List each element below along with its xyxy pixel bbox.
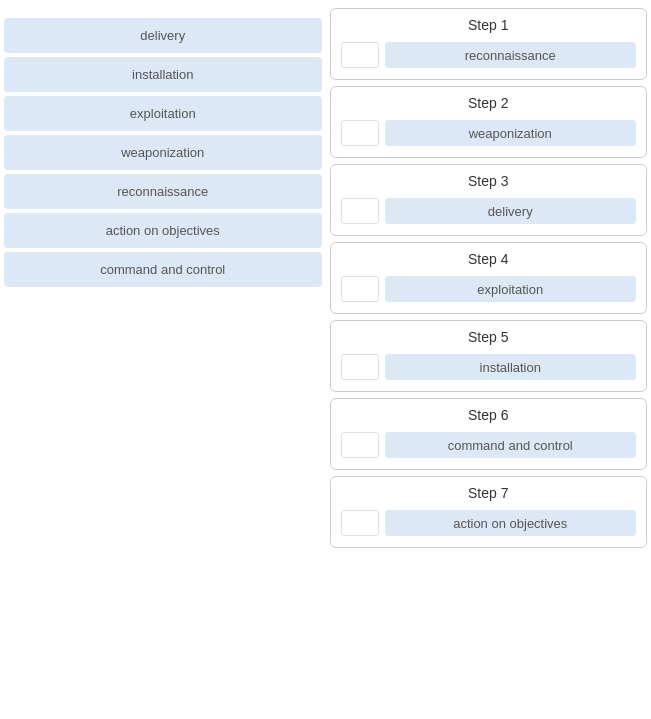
left-item-command-and-control[interactable]: command and control (4, 252, 322, 287)
step-box-4: Step 4exploitation (330, 242, 648, 314)
drop-placeholder-3 (341, 198, 379, 224)
step-box-1: Step 1reconnaissance (330, 8, 648, 80)
drop-content-7[interactable]: action on objectives (385, 510, 637, 536)
step-box-5: Step 5installation (330, 320, 648, 392)
left-item-action-on-objectives[interactable]: action on objectives (4, 213, 322, 248)
step-title-5: Step 5 (341, 329, 637, 345)
right-panel: Step 1reconnaissanceStep 2weaponizationS… (330, 8, 648, 548)
drop-area-1[interactable]: reconnaissance (341, 41, 637, 69)
drop-placeholder-6 (341, 432, 379, 458)
step-title-4: Step 4 (341, 251, 637, 267)
drop-area-4[interactable]: exploitation (341, 275, 637, 303)
step-box-6: Step 6command and control (330, 398, 648, 470)
left-panel: deliveryinstallationexploitationweaponiz… (4, 8, 322, 548)
drop-content-4[interactable]: exploitation (385, 276, 637, 302)
left-item-reconnaissance[interactable]: reconnaissance (4, 174, 322, 209)
drop-area-5[interactable]: installation (341, 353, 637, 381)
drop-content-6[interactable]: command and control (385, 432, 637, 458)
left-item-delivery[interactable]: delivery (4, 18, 322, 53)
step-box-7: Step 7action on objectives (330, 476, 648, 548)
drop-content-3[interactable]: delivery (385, 198, 637, 224)
left-item-exploitation[interactable]: exploitation (4, 96, 322, 131)
step-title-6: Step 6 (341, 407, 637, 423)
step-title-1: Step 1 (341, 17, 637, 33)
drop-placeholder-5 (341, 354, 379, 380)
drop-area-6[interactable]: command and control (341, 431, 637, 459)
drop-area-3[interactable]: delivery (341, 197, 637, 225)
drop-area-7[interactable]: action on objectives (341, 509, 637, 537)
drop-content-5[interactable]: installation (385, 354, 637, 380)
drop-placeholder-4 (341, 276, 379, 302)
drop-placeholder-2 (341, 120, 379, 146)
drop-placeholder-1 (341, 42, 379, 68)
left-item-installation[interactable]: installation (4, 57, 322, 92)
step-box-2: Step 2weaponization (330, 86, 648, 158)
left-item-weaponization[interactable]: weaponization (4, 135, 322, 170)
step-title-7: Step 7 (341, 485, 637, 501)
drop-content-1[interactable]: reconnaissance (385, 42, 637, 68)
main-container: deliveryinstallationexploitationweaponiz… (0, 0, 651, 556)
drop-area-2[interactable]: weaponization (341, 119, 637, 147)
drop-placeholder-7 (341, 510, 379, 536)
step-title-3: Step 3 (341, 173, 637, 189)
step-title-2: Step 2 (341, 95, 637, 111)
drop-content-2[interactable]: weaponization (385, 120, 637, 146)
step-box-3: Step 3delivery (330, 164, 648, 236)
